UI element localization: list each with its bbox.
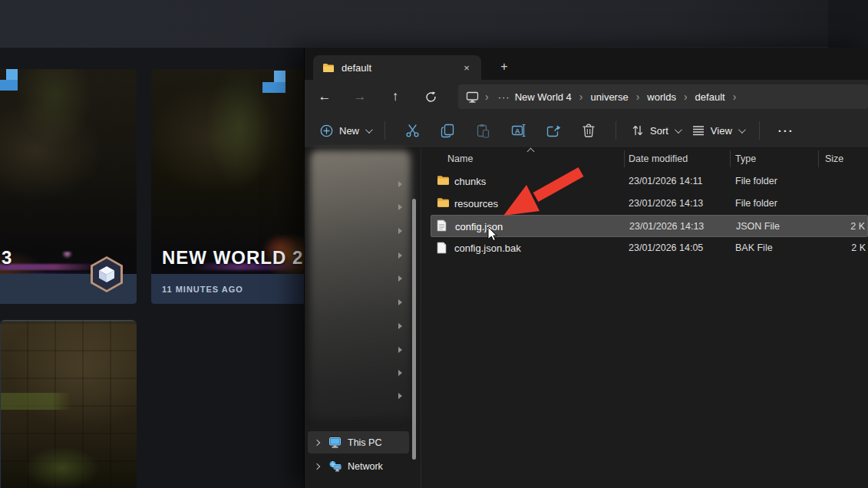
breadcrumb-item[interactable]: worlds: [645, 91, 678, 103]
world-2-last-played: 11 MINUTES AGO: [162, 285, 243, 294]
file-date: 23/01/2026 14:05: [629, 242, 703, 253]
column-divider[interactable]: [624, 150, 625, 167]
chevron-right-icon[interactable]: [398, 181, 402, 187]
file-row-config-json[interactable]: config.json 23/01/2026 14:13 JSON File 2…: [431, 215, 868, 237]
chevron-right-icon[interactable]: [398, 347, 402, 353]
world-title-fragment: 3: [2, 247, 12, 269]
sidebar-scrollbar[interactable]: [412, 199, 416, 460]
file-name: config.json.bak: [454, 242, 521, 254]
paste-button[interactable]: [465, 117, 500, 143]
file-type: JSON File: [736, 221, 780, 232]
file-date: 23/01/2026 14:13: [629, 221, 704, 232]
world-card-2[interactable]: NEW WORLD 2 11 MINUTES AGO: [151, 69, 312, 304]
column-header-size[interactable]: Size: [825, 153, 843, 164]
chevron-right-icon[interactable]: [398, 252, 402, 259]
delete-icon: [583, 124, 595, 137]
cube-glyph: [98, 265, 115, 283]
forward-button[interactable]: →: [346, 84, 374, 109]
share-icon: [546, 124, 561, 137]
sort-button[interactable]: Sort: [625, 117, 686, 143]
cut-icon: [405, 124, 420, 138]
file-icon: [437, 219, 447, 232]
column-divider[interactable]: [818, 150, 819, 167]
game-top-bar: [0, 0, 868, 48]
back-button[interactable]: ←: [311, 84, 338, 109]
file-list: Name Date modified Type Size chunks 23/0…: [421, 148, 868, 488]
refresh-button[interactable]: [417, 84, 444, 109]
file-date: 23/01/2026 14:13: [629, 198, 703, 209]
tab-close-button[interactable]: ×: [458, 59, 475, 76]
chevron-right-icon: [314, 439, 320, 445]
toolbar-divider: [759, 121, 760, 140]
new-button[interactable]: New: [315, 117, 375, 143]
pixel-decoration: [274, 71, 285, 83]
share-button[interactable]: [536, 117, 571, 143]
sidebar-item-this-pc[interactable]: This PC: [308, 431, 409, 453]
breadcrumb-item[interactable]: New World 4: [513, 91, 573, 103]
view-button[interactable]: View: [686, 117, 750, 143]
chevron-right-icon[interactable]: [398, 299, 402, 305]
cut-button[interactable]: [394, 117, 430, 143]
sidebar-item-network[interactable]: Network: [308, 455, 409, 477]
rename-button[interactable]: A: [500, 117, 536, 143]
explorer-body: This PC Network Name: [305, 148, 868, 488]
file-name: chunks: [454, 176, 486, 187]
chevron-right-icon[interactable]: [398, 275, 402, 282]
new-tab-button[interactable]: +: [495, 58, 513, 76]
file-row-resources[interactable]: resources 23/01/2026 14:13 File folder: [431, 193, 868, 215]
refresh-icon: [425, 91, 437, 103]
command-toolbar: New A: [305, 114, 868, 148]
file-size: 2 K: [850, 221, 865, 232]
delete-button[interactable]: [571, 117, 606, 143]
breadcrumb-item[interactable]: default: [694, 91, 727, 103]
world-2-title: NEW WORLD 2: [162, 247, 303, 269]
world-card-3[interactable]: 3: [0, 69, 137, 304]
sidebar-item-label: Network: [348, 461, 383, 472]
explorer-tab-default[interactable]: default ×: [313, 55, 481, 80]
chevron-down-icon: [365, 126, 373, 134]
sort-icon: [632, 124, 644, 137]
file-type: File folder: [735, 198, 777, 209]
chevron-right-icon[interactable]: [398, 370, 402, 376]
file-row-config-json-bak[interactable]: config.json.bak 23/01/2026 14:05 BAK Fil…: [431, 237, 868, 259]
file-explorer-window: default × + ← → ↑ › ··· New World 4 › un…: [304, 48, 868, 488]
copy-icon: [441, 124, 454, 138]
column-header-type[interactable]: Type: [735, 153, 756, 164]
new-plus-icon: [320, 124, 333, 137]
more-options-button[interactable]: ···: [769, 124, 804, 137]
column-header-date-modified[interactable]: Date modified: [629, 153, 688, 164]
up-button[interactable]: ↑: [381, 84, 409, 109]
file-rows: chunks 23/01/2026 14:11 File folder reso…: [431, 170, 868, 259]
file-name: config.json: [455, 221, 503, 232]
column-headers: Name Date modified Type Size: [421, 148, 868, 170]
file-icon: [437, 242, 447, 254]
view-button-label: View: [711, 125, 732, 137]
breadcrumb-item[interactable]: universe: [589, 91, 630, 103]
breadcrumb-chevron: ›: [727, 91, 743, 103]
breadcrumb-chevron: ›: [573, 91, 589, 103]
file-name: resources: [454, 198, 498, 209]
address-field[interactable]: › ··· New World 4 › universe › worlds › …: [458, 84, 868, 109]
chevron-right-icon[interactable]: [398, 204, 402, 210]
world-bottom-thumbnail: [1, 321, 137, 488]
view-icon: [692, 125, 705, 136]
tab-title: default: [342, 62, 458, 74]
copy-button[interactable]: [430, 117, 465, 143]
sort-ascending-icon: [527, 148, 535, 156]
chevron-right-icon[interactable]: [398, 323, 402, 329]
file-row-chunks[interactable]: chunks 23/01/2026 14:11 File folder: [431, 170, 868, 193]
breadcrumb-overflow[interactable]: ···: [495, 91, 513, 103]
breadcrumb-chevron: ›: [479, 91, 495, 103]
chevron-right-icon[interactable]: [398, 393, 402, 399]
pixel-decoration: [0, 80, 18, 91]
file-type: File folder: [735, 176, 777, 186]
folder-icon: [437, 175, 450, 186]
column-header-name[interactable]: Name: [447, 153, 473, 164]
world-card-bottom[interactable]: [0, 320, 137, 488]
sidebar-blurred-items: [310, 150, 411, 419]
chevron-down-icon: [738, 126, 746, 134]
chevron-right-icon[interactable]: [398, 228, 402, 234]
sidebar-item-label: This PC: [348, 437, 381, 448]
column-divider[interactable]: [730, 150, 731, 167]
paste-icon: [477, 124, 490, 138]
